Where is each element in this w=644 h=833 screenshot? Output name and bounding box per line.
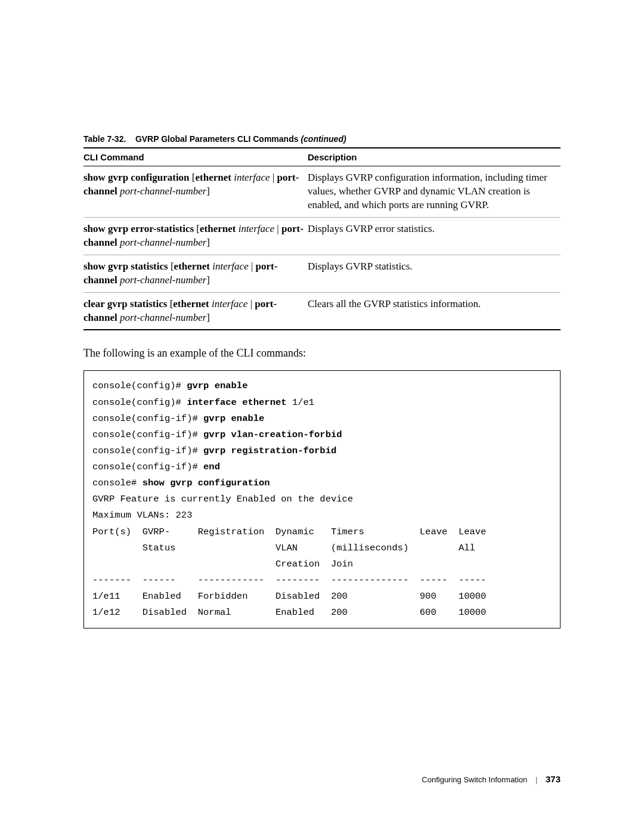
cli-command-cell: show gvrp error-statistics [ethernet int…: [83, 217, 308, 255]
cli-line: console(config-if)# gvrp registration-fo…: [92, 443, 552, 459]
cli-line: ------- ------ ------------ -------- ---…: [92, 572, 552, 589]
th-description: Description: [308, 148, 561, 166]
cli-line: console(config-if)# gvrp enable: [92, 411, 552, 427]
cli-line: console# show gvrp configuration: [92, 475, 552, 491]
cli-commands-table: CLI Command Description show gvrp config…: [83, 147, 561, 330]
cli-command-cell: show gvrp statistics [ethernet interface…: [83, 255, 308, 292]
cli-line: Status VLAN (milliseconds) All: [92, 540, 552, 556]
table-caption-cont: (continued): [301, 134, 346, 144]
cli-command-cell: clear gvrp statistics [ethernet interfac…: [83, 292, 308, 330]
cli-line: Creation Join: [92, 556, 552, 572]
cli-line: GVRP Feature is currently Enabled on the…: [92, 491, 552, 507]
cli-line: console(config)# interface ethernet 1/e1: [92, 395, 552, 411]
table-row: clear gvrp statistics [ethernet interfac…: [83, 292, 561, 330]
footer-separator: |: [535, 775, 537, 784]
cli-line: Port(s) GVRP- Registration Dynamic Timer…: [92, 524, 552, 540]
intro-text: The following is an example of the CLI c…: [83, 347, 561, 360]
cli-line: 1/e11 Enabled Forbidden Disabled 200 900…: [92, 589, 552, 605]
table-row: show gvrp configuration [ethernet interf…: [83, 166, 561, 218]
description-cell: Displays GVRP statistics.: [308, 255, 561, 292]
footer-page-number: 373: [546, 774, 561, 784]
description-cell: Clears all the GVRP statistics informati…: [308, 292, 561, 330]
table-row: show gvrp statistics [ethernet interface…: [83, 255, 561, 292]
table-caption-title: GVRP Global Parameters CLI Commands: [135, 134, 299, 144]
table-row: show gvrp error-statistics [ethernet int…: [83, 217, 561, 255]
table-caption-num: Table 7-32.: [83, 134, 126, 144]
cli-line: console(config-if)# gvrp vlan-creation-f…: [92, 427, 552, 443]
cli-line: console(config)# gvrp enable: [92, 378, 552, 394]
cli-line: 1/e12 Disabled Normal Enabled 200 600 10…: [92, 605, 552, 621]
page-footer: Configuring Switch Information | 373: [422, 774, 561, 784]
footer-section: Configuring Switch Information: [422, 775, 527, 784]
description-cell: Displays GVRP error statistics.: [308, 217, 561, 255]
cli-line: console(config-if)# end: [92, 459, 552, 475]
description-cell: Displays GVRP configuration information,…: [308, 166, 561, 218]
cli-line: Maximum VLANs: 223: [92, 507, 552, 524]
th-cli-command: CLI Command: [83, 148, 308, 166]
cli-command-cell: show gvrp configuration [ethernet interf…: [83, 166, 308, 218]
table-caption: Table 7-32. GVRP Global Parameters CLI C…: [83, 134, 561, 144]
cli-example-block: console(config)# gvrp enableconsole(conf…: [83, 370, 561, 628]
